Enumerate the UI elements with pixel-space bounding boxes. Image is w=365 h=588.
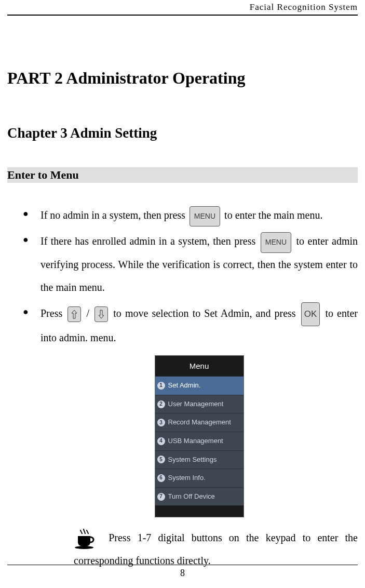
device-menu-screenshot: Menu 1 Set Admin. 2 User Management 3 Re… (155, 355, 244, 517)
page-content: PART 2 Administrator Operating Chapter 3… (7, 52, 358, 574)
ok-button-icon: OK (301, 302, 320, 326)
device-menu-num: 5 (157, 456, 165, 463)
bullet-text: If no admin in a system, then press (40, 209, 188, 221)
device-menu-item-2: 2 User Management (155, 395, 244, 413)
device-menu-footer (155, 505, 244, 517)
up-arrow-icon (67, 306, 81, 322)
bullet-text: to enter the main menu. (224, 209, 322, 221)
device-menu-num: 3 (157, 419, 165, 426)
device-menu-label: Turn Off Device (168, 489, 215, 504)
device-menu-num: 4 (157, 437, 165, 445)
device-menu-item-3: 3 Record Management (155, 413, 244, 432)
bullet-text: If there has enrolled admin in a system,… (40, 235, 259, 247)
bullet-text: to move selection to Set Admin, and pres… (113, 308, 299, 319)
device-menu-num: 6 (157, 474, 165, 482)
part-title: PART 2 Administrator Operating (7, 69, 358, 88)
coffee-tip-icon (74, 529, 99, 550)
device-menu-item-7: 7 Turn Off Device (155, 487, 244, 506)
bullet-text: Press (40, 308, 66, 319)
menu-button-icon: MENU (190, 206, 220, 227)
bullet-item-1: If no admin in a system, then press MENU… (40, 204, 358, 226)
device-menu-item-1: 1 Set Admin. (155, 376, 244, 395)
chapter-title: Chapter 3 Admin Setting (7, 125, 358, 141)
device-menu-label: System Info. (168, 471, 206, 486)
bullet-item-3: Press / to move selection to Set Admin, … (40, 302, 358, 571)
bullet-list: If no admin in a system, then press MENU… (7, 204, 358, 571)
device-menu-label: System Settings (168, 452, 217, 467)
device-menu-label: User Management (168, 397, 224, 412)
footer-rule (7, 565, 358, 566)
section-title: Enter to Menu (7, 167, 358, 183)
bullet-item-2: If there has enrolled admin in a system,… (40, 230, 358, 298)
tip-text: Press 1-7 digital buttons on the keypad … (74, 532, 358, 566)
device-menu-item-5: 5 System Settings (155, 450, 244, 469)
device-menu-title: Menu (155, 356, 244, 376)
device-menu-label: Record Management (168, 415, 231, 430)
device-menu-num: 1 (157, 382, 165, 390)
device-menu-label: Set Admin. (168, 378, 201, 393)
bullet-text: / (86, 308, 93, 319)
device-menu-num: 7 (157, 493, 165, 501)
header-text: Facial Recognition System (250, 2, 358, 12)
device-menu-item-4: 4 USB Management (155, 432, 244, 450)
down-arrow-icon (94, 306, 108, 322)
menu-button-icon: MENU (261, 232, 291, 253)
page-number: 8 (0, 568, 365, 579)
device-menu-item-6: 6 System Info. (155, 469, 244, 487)
device-menu-num: 2 (157, 400, 165, 408)
header-rule (7, 15, 358, 16)
svg-point-0 (75, 546, 93, 549)
device-menu-label: USB Management (168, 434, 223, 449)
